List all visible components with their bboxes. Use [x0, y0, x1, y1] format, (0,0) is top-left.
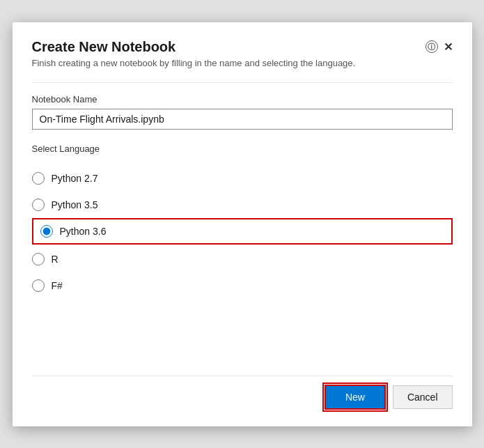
radio-fsharp[interactable] — [32, 279, 45, 292]
info-icon[interactable]: ⓘ — [426, 40, 438, 53]
language-option-python27[interactable]: Python 2.7 — [32, 165, 453, 192]
select-language-label: Select Language — [32, 144, 453, 154]
title-section: Create New Notebook Finish creating a ne… — [32, 39, 426, 68]
language-label-python27: Python 2.7 — [52, 173, 98, 184]
dialog-subtitle: Finish creating a new notebook by fillin… — [32, 58, 426, 68]
language-option-r[interactable]: R — [32, 246, 453, 272]
header-icons: ⓘ ✕ — [426, 40, 453, 54]
notebook-name-label: Notebook Name — [32, 94, 453, 105]
dialog-footer: New Cancel — [32, 376, 453, 410]
close-icon[interactable]: ✕ — [444, 40, 453, 54]
dialog-header: Create New Notebook Finish creating a ne… — [32, 39, 453, 68]
cancel-button[interactable]: Cancel — [393, 385, 453, 409]
notebook-name-input[interactable] — [32, 109, 453, 130]
language-option-python35[interactable]: Python 3.5 — [32, 192, 453, 218]
form-section: Notebook Name Select Language Python 2.7… — [32, 94, 453, 359]
language-label-python36: Python 3.6 — [60, 226, 107, 237]
radio-r[interactable] — [32, 253, 45, 265]
create-notebook-dialog: Create New Notebook Finish creating a ne… — [13, 22, 472, 426]
language-radio-group: Python 2.7 Python 3.5 Python 3.6 R F# — [32, 165, 453, 299]
language-label-fsharp: F# — [52, 280, 63, 291]
new-button[interactable]: New — [325, 385, 386, 410]
language-label-r: R — [52, 254, 58, 265]
header-divider — [32, 82, 453, 83]
language-option-python36[interactable]: Python 3.6 — [32, 218, 453, 245]
radio-python36[interactable] — [40, 225, 53, 238]
language-label-python35: Python 3.5 — [52, 199, 98, 210]
radio-python35[interactable] — [32, 199, 45, 211]
radio-python27[interactable] — [32, 172, 45, 185]
dialog-title: Create New Notebook — [32, 39, 426, 55]
language-option-fsharp[interactable]: F# — [32, 272, 453, 299]
